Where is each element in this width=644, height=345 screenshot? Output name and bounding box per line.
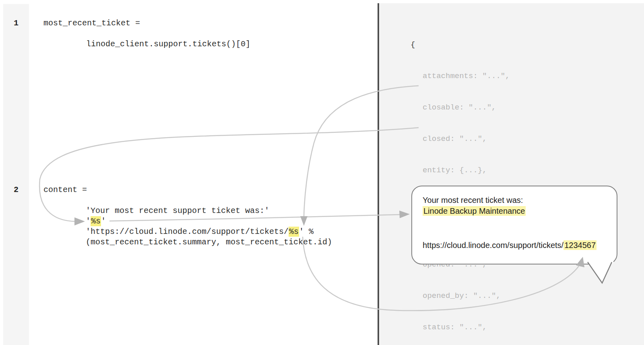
url-string-suffix: ' % [299,227,314,236]
bubble-url-line: https://cloud.linode.com/support/tickets… [423,240,597,251]
bubble-summary-line: Linode Backup Maintenance [423,206,526,217]
line-number-gutter [3,4,29,345]
code-line1-assignment: most_recent_ticket = [43,18,140,29]
quote-open: ' [86,217,91,226]
json-row-closed: closed: "...", [423,134,594,144]
code-string-1: 'Your most recent support ticket was:' [86,206,269,216]
ticket-json-object: { attachments: "...", closable: "...", c… [411,19,594,345]
json-row-status: status: "...", [423,322,594,333]
json-open-brace: { [411,39,594,50]
placeholder-id: %s [289,227,299,237]
bubble-url-id: 1234567 [564,240,597,250]
code-line2-assignment: content = [43,185,87,195]
json-row-closable: closable: "...", [423,102,594,113]
code-line1-value: linode_client.support.tickets()[0] [86,39,250,50]
json-row-attachments: attachments: "...", [423,71,594,81]
code-string-3: 'https://cloud.linode.com/support/ticket… [86,227,314,237]
json-row-entity: entity: {...}, [423,165,594,176]
placeholder-summary: %s [91,216,101,226]
speech-bubble: Your most recent ticket was: Linode Back… [411,186,617,264]
code-format-args: (most_recent_ticket.summary, most_recent… [86,237,332,248]
bubble-intro-text: Your most recent ticket was: [423,195,523,206]
code-annotation-diagram: 1 2 most_recent_ticket = linode_client.s… [0,0,644,345]
bubble-summary-value: Linode Backup Maintenance [423,206,526,216]
json-row-opened-by: opened_by: "...", [423,291,594,301]
bubble-url-prefix: https://cloud.linode.com/support/tickets… [423,241,564,250]
line-number-1: 1 [3,18,29,29]
code-string-2: '%s' [86,216,106,227]
quote-close: ' [101,217,106,226]
line-number-2: 2 [3,185,29,195]
url-string-prefix: 'https://cloud.linode.com/support/ticket… [86,227,289,236]
panel-divider [378,3,379,345]
